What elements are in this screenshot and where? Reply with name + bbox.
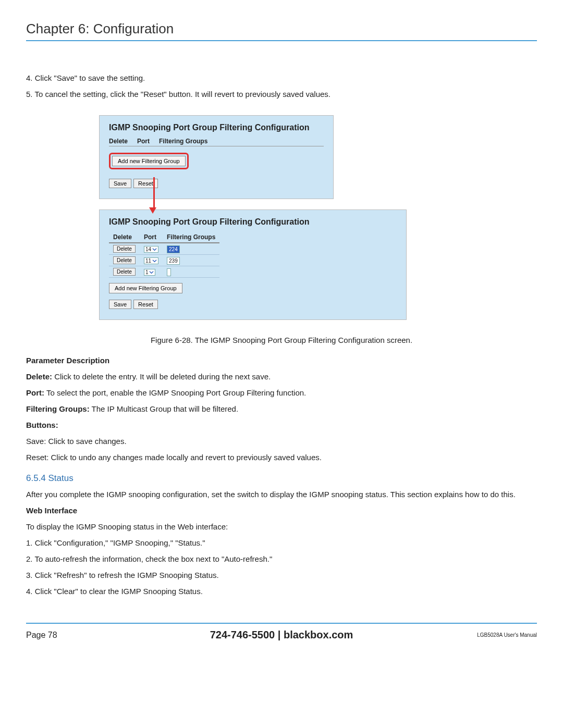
config-panel-bottom: IGMP Snooping Port Group Filtering Confi… [99,209,407,320]
web-step-2: 2. To auto-refresh the information, chec… [26,553,537,564]
reset-button-bottom[interactable]: Reset [133,300,158,309]
figure-caption: Figure 6-28. The IGMP Snooping Port Grou… [26,336,537,344]
delete-row-button[interactable]: Delete [113,256,136,264]
web-step-1: 1. Click "Configuration," "IGMP Snooping… [26,537,537,548]
web-interface-heading: Web Interface [26,505,537,516]
panel-title-top: IGMP Snooping Port Group Filtering Confi… [109,123,324,132]
table-row: Delete 11 239 [109,255,219,266]
status-intro: After you complete the IGMP snooping con… [26,489,537,500]
filtering-table: Delete Port Filtering Groups Delete 14 2… [109,232,219,278]
buttons-save: Save: Click to save changes. [26,436,537,447]
port-value: 1 [145,269,149,275]
port-select[interactable]: 1 [144,269,156,276]
chevron-down-icon [149,270,154,275]
web-intro: To display the IGMP Snooping status in t… [26,521,537,532]
param-port-label: Port: [26,388,44,397]
step-4: 4. Click "Save" to save the setting. [26,72,537,83]
param-desc-heading: Parameter Description [26,355,537,366]
table-row: Delete 1 [109,266,219,278]
highlight-add-group: Add new Filtering Group [109,153,189,169]
add-filtering-group-button-bottom[interactable]: Add new Filtering Group [109,283,182,293]
buttons-heading: Buttons: [26,419,537,430]
footer-sep: | [275,629,284,640]
footer-site: blackbox.com [284,629,353,640]
chevron-down-icon [152,247,157,252]
port-select[interactable]: 11 [144,257,158,264]
save-button-bottom[interactable]: Save [109,300,131,309]
col-port: Port [137,138,150,145]
param-groups-text: The IP Multicast Group that will be filt… [90,404,238,413]
filtering-group-input[interactable]: 224 [167,245,180,253]
page-number: Page 78 [26,631,104,640]
web-step-4: 4. Click "Clear" to clear the IGMP Snoop… [26,586,537,597]
delete-row-button[interactable]: Delete [113,268,136,276]
col-groups: Filtering Groups [159,138,207,145]
param-port: Port: To select the port, enable the IGM… [26,387,537,398]
table-header-top: Delete Port Filtering Groups [109,138,324,146]
col-groups-b: Filtering Groups [163,232,219,243]
add-filtering-group-button[interactable]: Add new Filtering Group [112,156,186,166]
footer-phone: 724-746-5500 [210,629,275,640]
callout-arrow [152,177,156,214]
col-delete: Delete [109,138,128,145]
param-groups-label: Filtering Groups: [26,404,90,413]
param-delete-text: Click to delete the entry. It will be de… [52,372,271,381]
param-groups: Filtering Groups: The IP Multicast Group… [26,403,537,414]
section-status-heading: 6.5.4 Status [26,473,537,484]
web-step-3: 3. Click "Refresh" to refresh the IGMP S… [26,570,537,581]
table-row: Delete 14 224 [109,243,219,255]
page-footer: Page 78 724-746-5500 | blackbox.com LGB5… [26,623,537,641]
col-port-b: Port [140,232,163,243]
chevron-down-icon [152,258,157,263]
filtering-group-input[interactable]: 239 [167,257,180,265]
footer-doc: LGB5028A User's Manual [459,632,537,638]
param-delete: Delete: Click to delete the entry. It wi… [26,371,537,382]
save-button-top[interactable]: Save [109,179,131,188]
footer-contact: 724-746-5500 | blackbox.com [104,629,459,641]
port-select[interactable]: 14 [144,246,158,253]
col-delete-b: Delete [109,232,140,243]
buttons-reset: Reset: Click to undo any changes made lo… [26,452,537,463]
port-value: 11 [145,258,151,264]
figure-area: IGMP Snooping Port Group Filtering Confi… [99,115,537,320]
param-port-text: To select the port, enable the IGMP Snoo… [44,388,306,397]
delete-row-button[interactable]: Delete [113,245,136,253]
param-delete-label: Delete: [26,372,52,381]
panel-title-bottom: IGMP Snooping Port Group Filtering Confi… [109,217,397,227]
port-value: 14 [145,246,151,252]
chapter-title: Chapter 6: Configuration [26,21,537,41]
step-5: 5. To cancel the setting, click the "Res… [26,89,537,100]
filtering-group-input[interactable] [167,268,171,276]
config-panel-top: IGMP Snooping Port Group Filtering Confi… [99,115,334,199]
